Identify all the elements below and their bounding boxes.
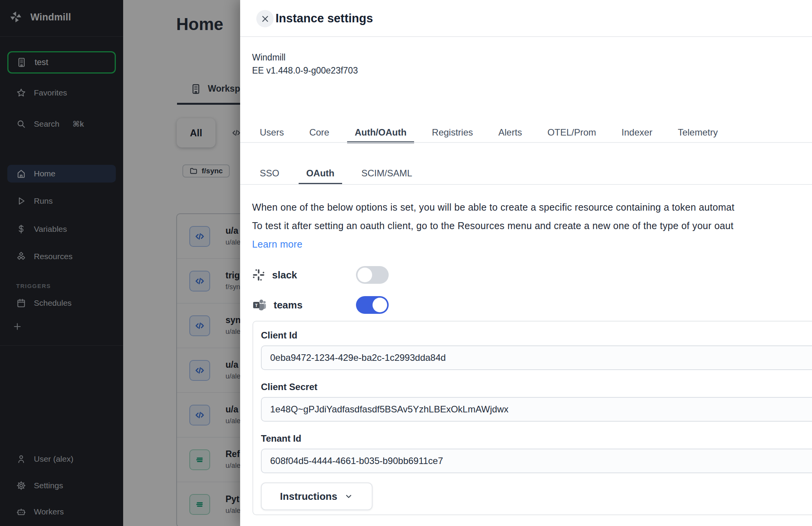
- instructions-button[interactable]: Instructions: [261, 482, 373, 510]
- description-line-1: When one of the below options is set, yo…: [252, 198, 734, 216]
- version-block: Windmill EE v1.448.0-9-g00e23f703: [252, 51, 358, 77]
- tab-otel-prom[interactable]: OTEL/Prom: [540, 122, 604, 142]
- client-secret-label: Client Secret: [261, 382, 812, 392]
- slack-toggle[interactable]: [356, 266, 389, 284]
- slack-row: slack: [252, 266, 297, 284]
- subtab-oauth[interactable]: OAuth: [299, 162, 342, 184]
- divider: [240, 142, 812, 143]
- slack-label: slack: [272, 269, 297, 281]
- subtab-sso[interactable]: SSO: [252, 162, 287, 184]
- teams-label: teams: [274, 299, 302, 311]
- subtab-scim-saml[interactable]: SCIM/SAML: [354, 162, 420, 184]
- tab-core[interactable]: Core: [302, 122, 337, 142]
- drawer-title: Instance settings: [276, 12, 373, 25]
- tab-telemetry[interactable]: Telemetry: [670, 122, 725, 142]
- tab-indexer[interactable]: Indexer: [614, 122, 660, 142]
- teams-row: T teams: [252, 296, 302, 314]
- chevron-down-icon: [344, 492, 353, 501]
- tenant-id-input[interactable]: [261, 449, 812, 473]
- slack-icon: [252, 268, 265, 281]
- close-icon[interactable]: [256, 10, 274, 27]
- client-secret-input[interactable]: [261, 397, 812, 422]
- settings-tabs: Users Core Auth/OAuth Registries Alerts …: [252, 122, 812, 142]
- client-id-label: Client Id: [261, 330, 812, 341]
- description-line-2: To test it after setting an oauth client…: [252, 216, 734, 235]
- version-string: EE v1.448.0-9-g00e23f703: [252, 64, 358, 77]
- learn-more-link[interactable]: Learn more: [252, 235, 734, 253]
- client-id-input[interactable]: [261, 345, 812, 370]
- teams-toggle[interactable]: [356, 296, 389, 314]
- svg-text:T: T: [255, 303, 258, 308]
- instructions-label: Instructions: [280, 491, 337, 503]
- teams-icon: T: [252, 298, 267, 312]
- teams-oauth-card: Client Id Client Secret Tenant Id Instru…: [252, 321, 812, 515]
- product-name: Windmill: [252, 51, 358, 64]
- auth-subtabs: SSO OAuth SCIM/SAML: [252, 162, 812, 184]
- tenant-id-label: Tenant Id: [261, 433, 812, 444]
- divider: [240, 36, 812, 37]
- instance-settings-drawer: Instance settings Windmill EE v1.448.0-9…: [240, 0, 812, 526]
- divider: [240, 184, 812, 185]
- tab-alerts[interactable]: Alerts: [491, 122, 530, 142]
- tab-registries[interactable]: Registries: [424, 122, 481, 142]
- tab-auth-oauth[interactable]: Auth/OAuth: [347, 122, 414, 142]
- tab-users[interactable]: Users: [252, 122, 292, 142]
- screen: Home Workspace All: [0, 0, 812, 526]
- oauth-description: When one of the below options is set, yo…: [252, 198, 734, 253]
